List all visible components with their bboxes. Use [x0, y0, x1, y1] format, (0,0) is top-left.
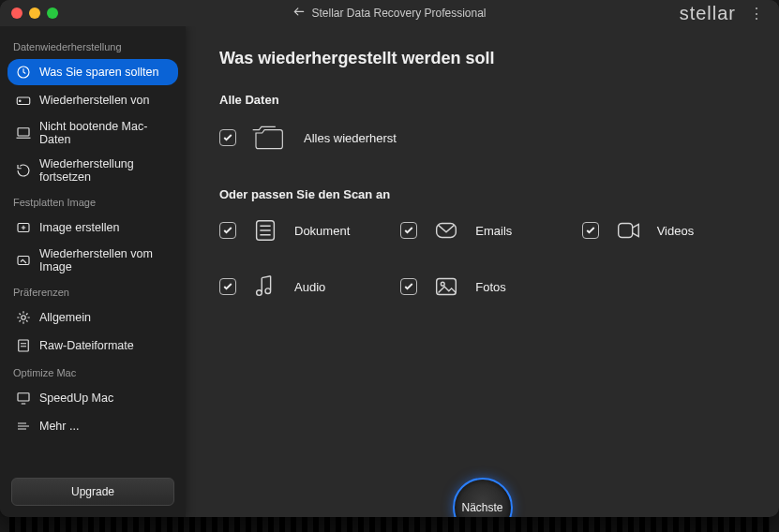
sidebar-item-label: Image erstellen	[39, 221, 119, 234]
brand-logo: stellar	[680, 3, 736, 24]
svg-rect-8	[18, 393, 29, 401]
svg-rect-7	[19, 340, 29, 351]
back-icon[interactable]	[292, 6, 306, 22]
sidebar-item-general-prefs[interactable]: Allgemein	[7, 304, 178, 331]
svg-point-13	[265, 288, 271, 294]
audio-icon	[249, 273, 281, 301]
header-right: stellar ⋮	[680, 3, 768, 24]
sidebar-item-resume-recovery[interactable]: Wiederherstellung fortsetzen	[7, 153, 178, 188]
email-icon	[430, 216, 462, 244]
drive-icon	[15, 92, 32, 109]
folder-stack-icon	[251, 122, 289, 154]
sidebar-item-non-booting-mac[interactable]: Nicht bootende Mac-Daten	[7, 115, 178, 151]
sidebar-item-label: Allgemein	[39, 311, 91, 324]
sidebar-item-label: Mehr ...	[39, 420, 79, 433]
sidebar-item-label: Was Sie sparen sollten	[39, 66, 158, 79]
sidebar-item-more[interactable]: Mehr ...	[7, 413, 178, 439]
recover-everything-label: Alles wiederherst	[304, 131, 397, 145]
svg-rect-11	[618, 224, 632, 238]
checkbox-photos[interactable]	[400, 278, 417, 295]
checkbox-audio[interactable]	[219, 278, 236, 295]
sidebar-item-recover-from[interactable]: Wiederherstellen von	[7, 87, 178, 113]
upgrade-button[interactable]: Upgrade	[11, 478, 174, 506]
recovery-type-label: Fotos	[475, 280, 506, 294]
sidebar-section-title: Optimize Mac	[7, 360, 178, 384]
sidebar: Datenwiederherstellung Was Sie sparen so…	[0, 26, 186, 517]
svg-point-2	[20, 100, 22, 102]
sidebar-item-label: Nicht bootende Mac-Daten	[39, 120, 171, 146]
sidebar-item-create-image[interactable]: Image erstellen	[7, 214, 178, 241]
recovery-type-label: Audio	[294, 280, 325, 294]
image-create-icon	[15, 219, 32, 236]
sidebar-section-title: Datenwiederherstellung	[7, 34, 178, 58]
app-window: Stellar Data Recovery Professional stell…	[0, 0, 779, 517]
gear-icon	[15, 309, 32, 326]
checkbox-everything[interactable]	[219, 129, 236, 146]
video-icon	[612, 216, 644, 244]
raw-icon	[15, 337, 32, 354]
all-data-heading: Alle Daten	[219, 93, 745, 107]
minimize-window-button[interactable]	[29, 7, 40, 19]
sidebar-item-restore-from-image[interactable]: Wiederherstellen vom Image	[7, 243, 178, 278]
main-content: Was wiederhergestellt werden soll Alle D…	[186, 26, 779, 517]
sidebar-item-label: SpeedUp Mac	[39, 392, 113, 405]
sidebar-item-raw-formats[interactable]: Raw-Dateiformate	[7, 332, 178, 359]
mac-icon	[15, 125, 32, 141]
speedup-icon	[15, 390, 32, 406]
decorative-shadow	[9, 517, 770, 532]
next-button-label: Nächste	[461, 501, 502, 514]
window-body: Datenwiederherstellung Was Sie sparen so…	[0, 26, 779, 517]
recovery-type-document: Dokument	[219, 216, 382, 244]
photo-icon	[430, 273, 462, 301]
document-icon	[249, 216, 281, 244]
sidebar-item-label: Wiederherstellung fortsetzen	[39, 157, 171, 184]
checkbox-emails[interactable]	[400, 222, 417, 239]
fullscreen-window-button[interactable]	[47, 7, 58, 19]
traffic-lights	[11, 7, 58, 19]
kebab-menu-icon[interactable]: ⋮	[745, 3, 768, 24]
close-window-button[interactable]	[11, 7, 22, 19]
recovery-type-label: Dokument	[294, 224, 350, 238]
checkbox-videos[interactable]	[582, 222, 599, 239]
page-title: Was wiederhergestellt werden soll	[219, 49, 745, 68]
resume-icon	[15, 162, 32, 179]
more-icon	[15, 418, 32, 435]
recovery-type-label: Emails	[475, 224, 512, 238]
svg-rect-3	[18, 128, 29, 136]
svg-point-15	[442, 282, 445, 286]
recovery-type-emails: Emails	[400, 216, 562, 244]
recovery-type-grid: Dokument Emails Videos Audio	[219, 216, 744, 301]
svg-point-12	[257, 290, 262, 296]
sidebar-item-what-to-recover[interactable]: Was Sie sparen sollten	[7, 59, 178, 85]
sidebar-item-label: Raw-Dateiformate	[39, 339, 134, 352]
recovery-type-photos: Fotos	[400, 273, 562, 301]
customize-heading: Oder passen Sie den Scan an	[219, 187, 745, 201]
checkbox-document[interactable]	[219, 222, 236, 239]
svg-point-6	[22, 316, 26, 320]
sidebar-item-label: Wiederherstellen vom Image	[39, 247, 171, 273]
sidebar-item-label: Wiederherstellen von	[39, 94, 149, 107]
restore-icon	[15, 64, 32, 81]
next-button[interactable]: Nächste	[453, 478, 513, 517]
recovery-type-audio: Audio	[219, 273, 382, 301]
sidebar-section-title: Präferenzen	[7, 279, 178, 303]
sidebar-section-title: Festplatten Image	[7, 189, 178, 214]
window-header: Stellar Data Recovery Professional stell…	[0, 0, 779, 26]
recover-everything-row: Alles wiederherst	[219, 122, 745, 154]
recovery-type-label: Videos	[657, 224, 695, 238]
window-title: Stellar Data Recovery Professional	[9, 6, 770, 22]
recovery-type-videos: Videos	[582, 216, 744, 244]
window-title-text: Stellar Data Recovery Professional	[311, 7, 486, 20]
sidebar-item-speedup-mac[interactable]: SpeedUp Mac	[7, 385, 178, 411]
image-restore-icon	[15, 252, 32, 269]
